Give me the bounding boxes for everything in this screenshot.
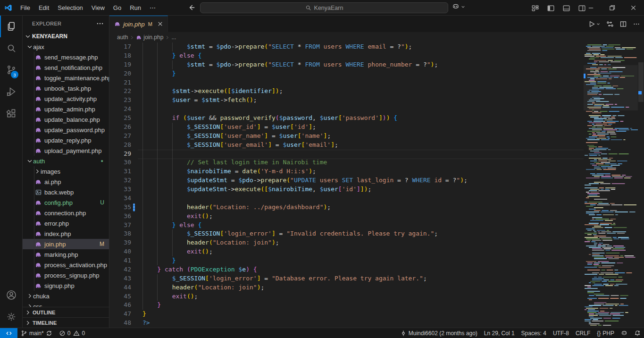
- code-line-28[interactable]: 28 $_SESSION['user_email'] = $user['emai…: [109, 141, 584, 150]
- tree-item-error-php[interactable]: error.php: [23, 218, 109, 228]
- encoding-status[interactable]: UTF-8: [550, 328, 572, 338]
- editor-more-actions-button[interactable]: [633, 20, 640, 28]
- activitybar-run-debug[interactable]: [0, 81, 22, 102]
- close-tab-button[interactable]: [157, 20, 164, 28]
- line-number[interactable]: 30: [109, 158, 131, 167]
- code-line-38[interactable]: 38 $_SESSION['login_error'] = "Invalid c…: [109, 229, 584, 238]
- tree-item-css[interactable]: css: [23, 301, 109, 307]
- code-line-31[interactable]: 31 $nairobiTime = date('Y-m-d H:i:s');: [109, 167, 584, 176]
- tree-item-join-php[interactable]: join.phpM: [23, 239, 109, 249]
- git-blame-status[interactable]: Muindi6602 (2 months ago): [397, 328, 481, 338]
- code-line-40[interactable]: 40 exit();: [109, 247, 584, 256]
- toggle-panel-button[interactable]: [560, 2, 572, 14]
- line-number[interactable]: 38: [109, 229, 131, 238]
- code-line-25[interactable]: 25 if ($user && password_verify($passwor…: [109, 114, 584, 123]
- line-number[interactable]: 42: [109, 265, 131, 274]
- tree-item-update-admin-php[interactable]: update_admin.php: [23, 104, 109, 114]
- close-window-button[interactable]: [623, 0, 644, 15]
- problems-status[interactable]: 0 0: [56, 328, 88, 338]
- notifications-bell[interactable]: [631, 328, 644, 338]
- line-number[interactable]: 37: [109, 221, 131, 230]
- tree-item-update-balance-php[interactable]: update_balance.php: [23, 114, 109, 125]
- code-line-48[interactable]: 48?>: [109, 319, 584, 328]
- timeline-section-header[interactable]: TIMELINE: [23, 317, 109, 328]
- open-changes-button[interactable]: [606, 20, 614, 28]
- tree-item-send-notification-php[interactable]: send_notification.php: [23, 62, 109, 73]
- line-number[interactable]: 48: [109, 319, 131, 328]
- code-line-32[interactable]: 32 $updateStmt = $pdo->prepare("UPDATE u…: [109, 176, 584, 185]
- tree-item-process-activation-php[interactable]: process_activation.php: [23, 260, 109, 270]
- code-line-45[interactable]: 45 exit();: [109, 292, 584, 301]
- menu-[interactable]: ⋯: [145, 2, 160, 13]
- tree-item-unbook-task-php[interactable]: unbook_task.php: [23, 83, 109, 93]
- tree-item-marking-php[interactable]: marking.php: [23, 249, 109, 260]
- tree-item-auth[interactable]: auth●: [23, 156, 109, 166]
- tree-item-chuka[interactable]: chuka: [23, 291, 109, 301]
- tree-item-index-php[interactable]: index.php: [23, 228, 109, 239]
- line-number[interactable]: 43: [109, 274, 131, 283]
- code-lines[interactable]: 17 $stmt = $pdo->prepare("SELECT * FROM …: [109, 42, 584, 328]
- tree-item-update-reply-php[interactable]: update_reply.php: [23, 135, 109, 145]
- tree-item-send-message-php[interactable]: send_message.php: [23, 52, 109, 62]
- code-line-17[interactable]: 17 $stmt = $pdo->prepare("SELECT * FROM …: [109, 42, 584, 51]
- line-number[interactable]: 32: [109, 176, 131, 185]
- remote-indicator[interactable]: [0, 328, 17, 338]
- code-line-37[interactable]: 37 } else {: [109, 221, 584, 230]
- line-number[interactable]: 28: [109, 141, 131, 150]
- minimap[interactable]: [584, 42, 638, 328]
- code-line-46[interactable]: 46 }: [109, 301, 584, 310]
- tree-item-signup-php[interactable]: signup.php: [23, 280, 109, 291]
- code-line-47[interactable]: 47}: [109, 310, 584, 319]
- code-line-21[interactable]: 21: [109, 78, 584, 87]
- line-number[interactable]: 34: [109, 194, 131, 203]
- line-number[interactable]: 46: [109, 301, 131, 310]
- code-line-39[interactable]: 39 header("Location: join");: [109, 238, 584, 247]
- line-number[interactable]: 24: [109, 105, 131, 114]
- tree-item-toggle-maintenance-php[interactable]: toggle_maintenance.php: [23, 73, 109, 83]
- activitybar-search[interactable]: [0, 37, 22, 59]
- line-number[interactable]: 41: [109, 256, 131, 265]
- code-line-20[interactable]: 20 }: [109, 69, 584, 78]
- code-line-44[interactable]: 44 header("Location: join");: [109, 283, 584, 292]
- code-line-27[interactable]: 27 $_SESSION['user_name'] = $user['name'…: [109, 132, 584, 141]
- split-editor-button[interactable]: [619, 20, 627, 28]
- tree-item-upload-payment-php[interactable]: upload_payment.php: [23, 145, 109, 156]
- tree-item-back-webp[interactable]: back.webp: [23, 187, 109, 197]
- activitybar-explorer[interactable]: [0, 16, 22, 37]
- explorer-more-actions-button[interactable]: [96, 19, 104, 28]
- line-number[interactable]: 23: [109, 96, 131, 105]
- toggle-primary-sidebar-button[interactable]: [545, 2, 556, 14]
- tree-item-process-signup-php[interactable]: process_signup.php: [23, 270, 109, 280]
- menu-edit[interactable]: Edit: [34, 2, 53, 13]
- menu-view[interactable]: View: [87, 2, 109, 13]
- line-number[interactable]: 26: [109, 123, 131, 132]
- tree-item-config-php[interactable]: config.phpU: [23, 197, 109, 208]
- line-number[interactable]: 45: [109, 292, 131, 301]
- code-editor[interactable]: 17 $stmt = $pdo->prepare("SELECT * FROM …: [109, 42, 644, 328]
- line-number[interactable]: 22: [109, 87, 131, 96]
- line-number[interactable]: 33: [109, 185, 131, 194]
- tree-item-ai-php[interactable]: ai.php: [23, 177, 109, 187]
- code-line-29[interactable]: 29: [109, 150, 584, 159]
- tree-item-ajax[interactable]: ajax: [23, 42, 109, 52]
- outline-section-header[interactable]: OUTLINE: [23, 307, 109, 317]
- restore-button[interactable]: [602, 0, 623, 15]
- minimize-button[interactable]: [580, 0, 602, 15]
- line-number[interactable]: 31: [109, 167, 131, 176]
- line-number[interactable]: 17: [109, 42, 131, 51]
- customize-layout-button[interactable]: [529, 2, 541, 14]
- code-line-34[interactable]: 34: [109, 194, 584, 203]
- line-number[interactable]: 39: [109, 238, 131, 247]
- workspace-root-folder[interactable]: KENYAEARN: [23, 31, 109, 42]
- code-line-19[interactable]: 19 $stmt = $pdo->prepare("SELECT * FROM …: [109, 60, 584, 69]
- breadcrumb-item-join-php[interactable]: join.php: [136, 34, 163, 41]
- cursor-position-status[interactable]: Ln 29, Col 1: [481, 328, 518, 338]
- git-branch-status[interactable]: main*: [17, 328, 56, 338]
- copilot-status[interactable]: [618, 328, 631, 338]
- code-line-24[interactable]: 24: [109, 105, 584, 114]
- menu-selection[interactable]: Selection: [53, 2, 87, 13]
- line-number[interactable]: 20: [109, 69, 131, 78]
- tab-join-php[interactable]: join.php M: [109, 16, 168, 32]
- tree-item-connection-php[interactable]: connection.php: [23, 208, 109, 218]
- indentation-status[interactable]: Spaces: 4: [518, 328, 550, 338]
